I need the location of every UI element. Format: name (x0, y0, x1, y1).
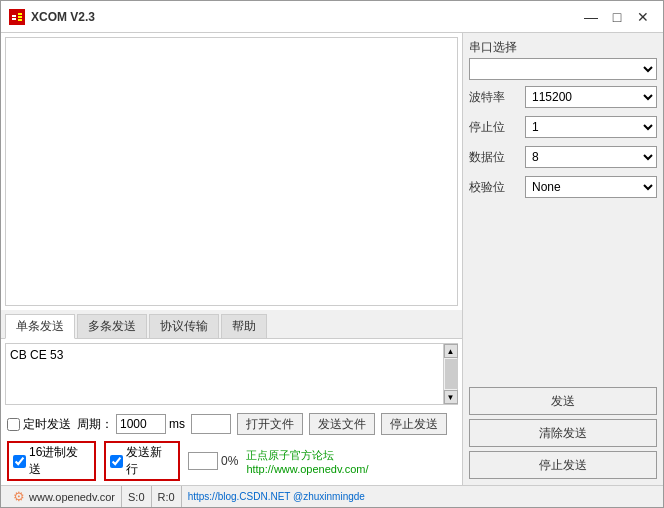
tab-single-send[interactable]: 单条发送 (5, 314, 75, 339)
open-file-button[interactable]: 打开文件 (237, 413, 303, 435)
timer-send-checkbox-label[interactable]: 定时发送 (7, 416, 71, 433)
send-input[interactable]: CB CE 53 (6, 344, 443, 404)
controls-row: 定时发送 周期： ms 打开文件 发送文件 停止发送 (1, 409, 462, 439)
stop-select[interactable]: 1 (525, 116, 657, 138)
stop-label: 停止位 (469, 119, 519, 136)
app-icon (9, 9, 25, 25)
baud-row: 波特率 115200 (469, 86, 657, 108)
status-s-value: S:0 (128, 491, 145, 503)
parity-label: 校验位 (469, 179, 519, 196)
status-r-value: R:0 (158, 491, 175, 503)
tabs-bar: 单条发送 多条发送 协议传输 帮助 (1, 310, 462, 339)
scroll-down-arrow[interactable]: ▼ (444, 390, 458, 404)
status-link: https://blog.CSDN.NET @zhuxinmingde (182, 486, 371, 507)
newline-send-checkbox[interactable] (110, 455, 123, 468)
newline-send-text: 发送新行 (126, 444, 174, 478)
stop-row: 停止位 1 (469, 116, 657, 138)
close-button[interactable]: ✕ (631, 7, 655, 27)
tab-multi-send[interactable]: 多条发送 (77, 314, 147, 338)
svg-rect-1 (12, 15, 16, 17)
data-select[interactable]: 8 (525, 146, 657, 168)
main-window: XCOM V2.3 — □ ✕ 单条发送 多条发送 协议传输 帮助 CB CE … (0, 0, 664, 508)
extra-input[interactable] (191, 414, 231, 434)
minimize-button[interactable]: — (579, 7, 603, 27)
status-port: www.openedv.cor (29, 491, 115, 503)
titlebar: XCOM V2.3 — □ ✕ (1, 1, 663, 33)
data-row: 数据位 8 (469, 146, 657, 168)
send-button[interactable]: 发送 (469, 387, 657, 415)
hex-send-label[interactable]: 16进制发送 (7, 441, 96, 481)
gear-icon: ⚙ (13, 489, 25, 504)
status-gear: ⚙ www.openedv.cor (7, 486, 122, 507)
parity-row: 校验位 None (469, 176, 657, 198)
serial-select-section: 串口选择 (469, 39, 657, 80)
hex-send-checkbox[interactable] (13, 455, 26, 468)
scroll-up-arrow[interactable]: ▲ (444, 344, 458, 358)
stop-send-button[interactable]: 停止发送 (469, 451, 657, 479)
serial-output (6, 38, 457, 305)
serial-display[interactable] (5, 37, 458, 306)
status-blog-link[interactable]: https://blog.CSDN.NET @zhuxinmingde (188, 491, 365, 502)
send-scrollbar[interactable]: ▲ ▼ (443, 344, 457, 404)
right-panel: 串口选择 波特率 115200 停止位 1 数据位 8 (463, 33, 663, 485)
clear-send-button[interactable]: 清除发送 (469, 419, 657, 447)
progress-pct: 0% (221, 454, 238, 468)
timer-send-checkbox[interactable] (7, 418, 20, 431)
hex-send-text: 16进制发送 (29, 444, 90, 478)
baud-label: 波特率 (469, 89, 519, 106)
svg-rect-5 (18, 19, 22, 21)
newline-send-label[interactable]: 发送新行 (104, 441, 180, 481)
maximize-button[interactable]: □ (605, 7, 629, 27)
right-btn-group: 发送 清除发送 停止发送 (469, 387, 657, 479)
period-input[interactable] (116, 414, 166, 434)
svg-rect-4 (18, 16, 22, 18)
period-unit: ms (169, 417, 185, 431)
statusbar: ⚙ www.openedv.cor S:0 R:0 https://blog.C… (1, 485, 663, 507)
left-panel: 单条发送 多条发送 协议传输 帮助 CB CE 53 ▲ ▼ 定时发送 (1, 33, 463, 485)
window-title: XCOM V2.3 (31, 10, 579, 24)
data-label: 数据位 (469, 149, 519, 166)
period-label: 周期： (77, 416, 113, 433)
serial-select-title: 串口选择 (469, 39, 657, 56)
send-area-wrapper: CB CE 53 ▲ ▼ (5, 343, 458, 405)
status-r: R:0 (152, 486, 182, 507)
svg-rect-3 (18, 13, 22, 15)
serial-port-select[interactable] (469, 58, 657, 80)
period-group: 周期： ms (77, 414, 185, 434)
main-content: 单条发送 多条发送 协议传输 帮助 CB CE 53 ▲ ▼ 定时发送 (1, 33, 663, 485)
tab-help[interactable]: 帮助 (221, 314, 267, 338)
progress-bar (188, 452, 218, 470)
stop-send-ctrl-button[interactable]: 停止发送 (381, 413, 447, 435)
parity-select[interactable]: None (525, 176, 657, 198)
send-file-button[interactable]: 发送文件 (309, 413, 375, 435)
forum-link[interactable]: 正点原子官方论坛http://www.openedv.com/ (246, 448, 456, 475)
svg-rect-2 (12, 18, 16, 20)
status-s: S:0 (122, 486, 152, 507)
scroll-thumb[interactable] (445, 359, 457, 389)
baud-select[interactable]: 115200 (525, 86, 657, 108)
tab-protocol[interactable]: 协议传输 (149, 314, 219, 338)
window-controls: — □ ✕ (579, 7, 655, 27)
progress-group: 0% (188, 452, 238, 470)
timer-send-label: 定时发送 (23, 416, 71, 433)
bottom-options-row: 16进制发送 发送新行 0% 正点原子官方论坛http://www.opened… (1, 439, 462, 485)
